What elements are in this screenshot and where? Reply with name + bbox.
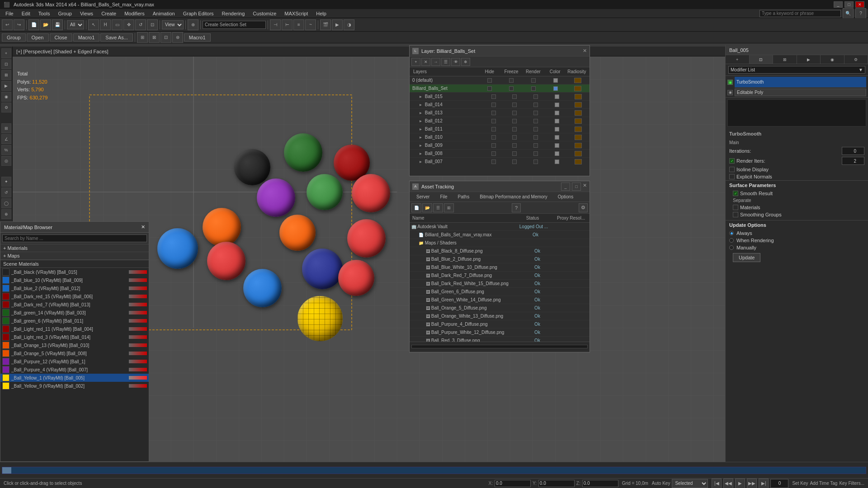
open-tab[interactable]: Open bbox=[27, 33, 49, 42]
activeshade-button[interactable]: ◑ bbox=[344, 19, 354, 30]
layer-freeze[interactable] bbox=[504, 143, 525, 148]
scale-button[interactable]: ⊡ bbox=[147, 19, 158, 30]
smooth-result-checkbox[interactable]: ✓ bbox=[733, 191, 738, 196]
layer-freeze[interactable] bbox=[504, 127, 525, 131]
percent-snap[interactable]: % bbox=[1, 145, 11, 155]
layer-hide[interactable] bbox=[483, 151, 504, 156]
layer-hide[interactable] bbox=[483, 135, 504, 140]
ball-5[interactable] bbox=[352, 174, 390, 212]
layer-radiosity[interactable] bbox=[567, 127, 589, 132]
layer-row[interactable]: ▸ Ball_007 bbox=[410, 158, 590, 164]
ball-3[interactable] bbox=[257, 178, 295, 217]
layer-radiosity[interactable] bbox=[567, 102, 589, 108]
next-frame-button[interactable]: ▶| bbox=[759, 479, 769, 488]
mirror-button[interactable]: ⊣ bbox=[270, 19, 281, 30]
layer-render[interactable] bbox=[525, 135, 547, 140]
layer-render[interactable] bbox=[525, 103, 547, 107]
layer-row[interactable]: Billiard_Balls_Set bbox=[410, 84, 590, 93]
cross-section[interactable]: ✦ bbox=[1, 177, 11, 187]
asset-tab-paths[interactable]: Paths bbox=[453, 193, 475, 201]
asset-row[interactable]: 🖼 Ball_Green_White_14_Diffuse.png Ok bbox=[410, 296, 590, 304]
group-tab[interactable]: Group bbox=[2, 33, 26, 42]
menu-views[interactable]: Views bbox=[76, 10, 97, 17]
prev-frame-button[interactable]: |◀ bbox=[712, 479, 722, 488]
tb2-btn4[interactable]: ⊛ bbox=[172, 32, 183, 43]
redo-button[interactable]: ↪ bbox=[14, 19, 24, 30]
display-tool[interactable]: ◉ bbox=[1, 92, 11, 102]
mat-list-item[interactable]: _Ball_blue_2 (VRayMtl) [Ball_012] bbox=[0, 284, 149, 292]
ball-13[interactable] bbox=[338, 260, 374, 296]
mat-list-item[interactable]: _Ball_Yellow_9 (VRayMtl) [Ball_002] bbox=[0, 382, 149, 390]
layers-sel-button[interactable]: ☰ bbox=[441, 58, 450, 66]
layer-row[interactable]: ▸ Ball_011 bbox=[410, 125, 590, 133]
layer-row[interactable]: ▸ Ball_013 bbox=[410, 109, 590, 117]
layer-freeze[interactable] bbox=[504, 103, 525, 107]
utilities-tool[interactable]: ⚙ bbox=[1, 103, 11, 113]
asset-restore-button[interactable]: □ bbox=[572, 183, 581, 191]
editable-poly-item[interactable]: Editable Poly bbox=[735, 89, 866, 96]
mat-list-item[interactable]: _Ball_green_14 (VRayMtl) [Ball_003] bbox=[0, 309, 149, 317]
loop-tool[interactable]: ↺ bbox=[1, 188, 11, 197]
menu-tools[interactable]: Tools bbox=[35, 10, 54, 17]
grow-tool[interactable]: ⊕ bbox=[1, 209, 11, 219]
layer-hide[interactable] bbox=[483, 143, 504, 148]
asset-help-button[interactable]: ⚙ bbox=[579, 203, 588, 212]
layer-hide[interactable] bbox=[483, 119, 504, 123]
smoothing-groups-checkbox[interactable] bbox=[733, 212, 738, 217]
materials-section[interactable]: + Materials bbox=[0, 244, 149, 252]
z-input[interactable] bbox=[582, 480, 618, 487]
isoline-checkbox[interactable] bbox=[729, 167, 735, 172]
iterations-input[interactable] bbox=[842, 147, 864, 155]
menu-graph-editors[interactable]: Graph Editors bbox=[179, 10, 217, 17]
asset-row[interactable]: 📄 Billiard_Balls_Set_max_vray.max Ok bbox=[410, 231, 590, 239]
autokey-select[interactable]: Selected bbox=[672, 479, 708, 488]
ball-4[interactable] bbox=[307, 174, 343, 210]
mat-list-item[interactable]: _Ball_Light_red_3 (VRayMtl) [Ball_014] bbox=[0, 333, 149, 341]
asset-row[interactable]: 🖼 Ball_Blue_2_Diffuse.png Ok bbox=[410, 255, 590, 263]
layer-radiosity[interactable] bbox=[567, 151, 589, 156]
render-iters-input[interactable] bbox=[842, 157, 864, 165]
frame-input[interactable] bbox=[770, 479, 788, 488]
ball-10[interactable] bbox=[302, 249, 343, 289]
asset-new-button[interactable]: 📄 bbox=[411, 203, 421, 212]
menu-customize[interactable]: Customize bbox=[249, 10, 280, 17]
motion-tool[interactable]: ▶ bbox=[1, 81, 11, 91]
menu-maxscript[interactable]: MAXScript bbox=[281, 10, 311, 17]
layer-render[interactable] bbox=[525, 94, 547, 99]
layers-freeze-sel-button[interactable]: ❄ bbox=[461, 58, 470, 66]
asset-minimize-button[interactable]: _ bbox=[561, 183, 570, 191]
mat-list-item[interactable]: _Ball_Orange_13 (VRayMtl) [Ball_010] bbox=[0, 341, 149, 349]
layers-hide-sel-button[interactable]: 👁 bbox=[451, 58, 460, 66]
hierarchy-tab[interactable]: ⊠ bbox=[773, 55, 797, 64]
layer-freeze[interactable] bbox=[504, 135, 525, 140]
asset-open-button[interactable]: 📂 bbox=[422, 203, 432, 212]
play-button[interactable]: ▶ bbox=[735, 479, 745, 488]
layer-render[interactable] bbox=[523, 78, 545, 83]
asset-row[interactable]: 🏢 Autodesk Vault Logged Out ... bbox=[410, 223, 590, 231]
layer-color[interactable] bbox=[547, 111, 568, 115]
layer-row[interactable]: ▸ Ball_009 bbox=[410, 141, 590, 150]
turbosmooth-item[interactable]: TurboSmooth bbox=[735, 77, 866, 88]
rect-select-button[interactable]: ▭ bbox=[112, 19, 123, 30]
update-button[interactable]: Update bbox=[733, 253, 760, 262]
ball-9[interactable] bbox=[207, 242, 245, 280]
animation-slider[interactable] bbox=[2, 467, 11, 474]
macro1-tab[interactable]: Macro1 bbox=[73, 33, 100, 42]
mat-list-item[interactable]: _Ball_Light_red_11 (VRayMtl) [Ball_004] bbox=[0, 325, 149, 333]
asset-row[interactable]: 🖼 Ball_Black_8_Diffuse.png Ok bbox=[410, 247, 590, 255]
render-iters-checkbox[interactable]: ✓ bbox=[729, 158, 735, 164]
x-input[interactable] bbox=[495, 480, 531, 487]
menu-edit[interactable]: Edit bbox=[18, 10, 34, 17]
asset-scrollbar[interactable] bbox=[411, 345, 588, 348]
menu-group[interactable]: Group bbox=[54, 10, 75, 17]
layer-color[interactable] bbox=[547, 151, 568, 156]
layer-radiosity[interactable] bbox=[567, 94, 589, 99]
menu-animation[interactable]: Animation bbox=[149, 10, 179, 17]
editable-poly-visibility-icon[interactable]: ◉ bbox=[727, 90, 733, 95]
selection-set-input[interactable] bbox=[203, 21, 266, 29]
asset-row[interactable]: 🖼 Ball_Dark_Red_White_15_Diffuse.png Ok bbox=[410, 280, 590, 288]
layer-color[interactable] bbox=[547, 143, 568, 148]
tb2-btn3[interactable]: ⊡ bbox=[160, 32, 171, 43]
menu-modifiers[interactable]: Modifiers bbox=[121, 10, 148, 17]
filter-select[interactable]: All bbox=[67, 20, 84, 29]
